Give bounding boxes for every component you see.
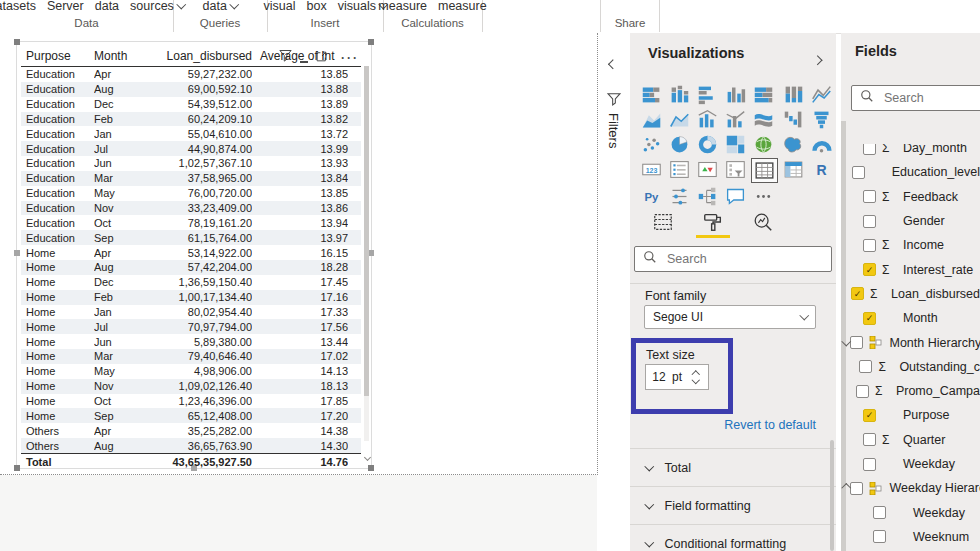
table-row[interactable]: EducationMay76,00,720.0013.85 <box>21 186 361 201</box>
resize-handle-top-right[interactable] <box>368 39 374 45</box>
table-row[interactable]: EducationAug69,00,592.1013.88 <box>21 82 361 97</box>
field-item-loan_disbursed[interactable]: ✓ΣLoan_disbursed <box>841 282 980 306</box>
matrix-icon[interactable] <box>781 158 806 181</box>
tab-format[interactable] <box>696 208 730 238</box>
hundred-stacked-bar-chart-icon[interactable] <box>751 83 776 106</box>
section-total[interactable]: Total <box>630 448 836 486</box>
filters-pane-label[interactable]: Filters <box>606 113 621 148</box>
field-item-weeknum[interactable]: Weeknum <box>841 525 980 549</box>
table-row[interactable]: EducationJan55,04,610.0013.72 <box>21 126 361 141</box>
multi-row-card-icon[interactable] <box>667 158 692 181</box>
ribbon-item-datasets[interactable]: datasets <box>0 0 36 13</box>
expand-collapse-icon[interactable] <box>841 341 850 345</box>
table-row[interactable]: HomeSep65,12,408.0017.20 <box>21 408 361 423</box>
scroll-down-icon[interactable] <box>365 446 370 464</box>
gauge-icon[interactable] <box>809 133 834 156</box>
table-row[interactable]: HomeFeb1,00,17,134.4017.16 <box>21 290 361 305</box>
filled-map-icon[interactable] <box>781 133 806 156</box>
table-row[interactable]: EducationFeb60,24,209.1013.82 <box>21 112 361 127</box>
table-row[interactable]: HomeNov1,09,02,126.4018.13 <box>21 379 361 394</box>
table-header[interactable]: PurposeMonthLoan_disbursedAverage of Int <box>21 45 361 67</box>
line-chart-icon[interactable] <box>809 83 834 106</box>
table-row[interactable]: HomeJul70,97,794.0017.56 <box>21 319 361 334</box>
font-family-select[interactable]: Segoe UI <box>644 305 816 329</box>
ribbon-item-Server[interactable]: Server <box>47 0 84 13</box>
table-row[interactable]: OthersApr35,25,282.0014.38 <box>21 423 361 438</box>
field-item-gender[interactable]: Gender <box>841 209 980 233</box>
table-row[interactable]: EducationSep61,15,764.0013.97 <box>21 230 361 245</box>
field-checkbox[interactable] <box>850 336 863 349</box>
card-icon[interactable]: 123 <box>639 158 664 181</box>
table-visual[interactable]: ··· PurposeMonthLoan_disbursedAverage of… <box>16 41 372 469</box>
field-checkbox[interactable] <box>873 530 886 543</box>
map-icon[interactable] <box>751 133 776 156</box>
table-row[interactable]: HomeMar79,40,646.4017.02 <box>21 349 361 364</box>
python-icon[interactable]: Py <box>639 185 664 208</box>
field-checkbox[interactable]: ✓ <box>851 287 864 300</box>
field-item-weekday[interactable]: Weekday <box>841 500 980 524</box>
ribbon-item-measure[interactable]: measure <box>378 0 427 13</box>
more-visuals-icon[interactable] <box>751 185 776 208</box>
field-checkbox[interactable] <box>863 433 876 446</box>
table-row[interactable]: EducationApr59,27,232.0013.85 <box>21 67 361 82</box>
revert-to-default-link[interactable]: Revert to default <box>724 418 816 432</box>
field-checkbox[interactable]: ✓ <box>863 263 876 276</box>
tab-analytics[interactable] <box>746 208 780 235</box>
decrement-icon[interactable] <box>692 376 700 384</box>
field-item-outstanding_c[interactable]: ΣOutstanding_c <box>841 355 980 379</box>
field-item-education_level[interactable]: Education_level <box>841 160 980 184</box>
resize-handle-top-left[interactable] <box>14 39 20 45</box>
table-row[interactable]: EducationDec54,39,512.0013.89 <box>21 97 361 112</box>
area-chart-icon[interactable] <box>639 108 664 131</box>
field-item-month-hierarchy[interactable]: Month Hierarchy <box>841 330 980 354</box>
table-row[interactable]: EducationMar37,58,965.0013.84 <box>21 171 361 186</box>
q-and-a-icon[interactable] <box>723 185 748 208</box>
stacked-column-chart-icon[interactable] <box>667 83 692 106</box>
waterfall-chart-icon[interactable] <box>781 108 806 131</box>
table-row[interactable]: OthersAug36,65,763.9014.30 <box>21 438 361 453</box>
table-row[interactable]: HomeOct1,23,46,396.0017.85 <box>21 394 361 409</box>
table-row[interactable]: EducationNov33,23,409.0013.86 <box>21 201 361 216</box>
format-search-input[interactable] <box>665 251 789 267</box>
fields-search-box[interactable] <box>851 85 980 111</box>
field-item-quarter[interactable]: ΣQuarter <box>841 428 980 452</box>
table-row[interactable]: HomeMay4,98,906.0014.13 <box>21 364 361 379</box>
decomposition-tree-icon[interactable] <box>695 185 720 208</box>
expand-filters-icon[interactable] <box>610 53 617 71</box>
field-checkbox[interactable] <box>863 458 876 471</box>
field-item-interest_rate[interactable]: ✓ΣInterest_rate <box>841 257 980 281</box>
field-checkbox[interactable] <box>863 215 876 228</box>
pie-chart-icon[interactable] <box>667 133 692 156</box>
table-row[interactable]: HomeJun5,89,380.0013.44 <box>21 334 361 349</box>
visualizations-scrollbar[interactable] <box>830 440 834 551</box>
funnel-chart-icon[interactable] <box>809 108 834 131</box>
clustered-bar-chart-icon[interactable] <box>695 83 720 106</box>
table-row[interactable]: HomeApr53,14,922.0016.15 <box>21 245 361 260</box>
ribbon-item-data[interactable]: data <box>203 0 238 13</box>
ribbon-item-data[interactable]: data <box>95 0 119 13</box>
resize-handle-bottom-right[interactable] <box>368 465 374 471</box>
column-header-Purpose[interactable]: Purpose <box>21 49 94 63</box>
text-size-value[interactable]: 12 <box>646 370 672 384</box>
table-row[interactable]: HomeDec1,36,59,150.4017.45 <box>21 275 361 290</box>
field-checkbox[interactable] <box>859 360 872 373</box>
ribbon-item-measure[interactable]: measure <box>438 0 487 13</box>
format-search-box[interactable] <box>634 246 832 272</box>
field-checkbox[interactable] <box>863 190 876 203</box>
hundred-stacked-column-chart-icon[interactable] <box>781 83 806 106</box>
fields-search-input[interactable] <box>882 90 980 106</box>
line-stacked-column-chart-icon[interactable] <box>695 108 720 131</box>
field-checkbox[interactable] <box>863 144 876 155</box>
field-checkbox[interactable] <box>873 506 886 519</box>
field-item-weekday[interactable]: Weekday <box>841 452 980 476</box>
ribbon-chart-icon[interactable] <box>751 108 776 131</box>
table-row[interactable]: EducationOct78,19,161.2013.94 <box>21 215 361 230</box>
collapse-visualizations-icon[interactable] <box>814 49 821 67</box>
section-field-formatting[interactable]: Field formatting <box>630 486 836 524</box>
treemap-icon[interactable] <box>723 133 748 156</box>
key-influencers-icon[interactable] <box>667 185 692 208</box>
ribbon-item-box[interactable]: box <box>307 0 327 13</box>
field-checkbox[interactable] <box>856 385 869 398</box>
column-header-Loan_disbursed[interactable]: Loan_disbursed <box>140 49 252 63</box>
expand-collapse-icon[interactable] <box>841 485 850 492</box>
